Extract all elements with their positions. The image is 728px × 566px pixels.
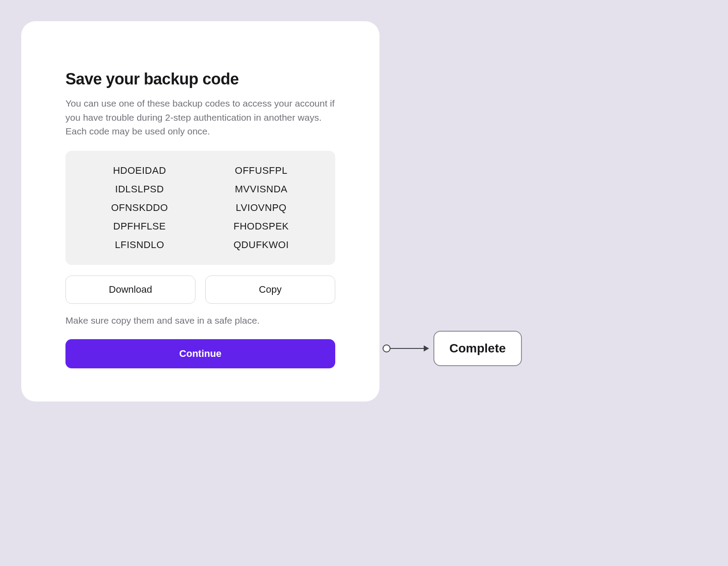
download-button[interactable]: Download	[65, 275, 195, 304]
backup-codes-card: Save your backup code You can use one of…	[21, 21, 379, 402]
backup-code: OFFUSFPL	[235, 165, 287, 176]
backup-code: LFISNDLO	[115, 239, 165, 251]
safety-hint: Make sure copy them and save in a safe p…	[65, 315, 335, 326]
codes-column-right: OFFUSFPL MVVISNDA LVIOVNPQ FHODSPEK QDUF…	[205, 165, 318, 251]
backup-codes-container: HDOEIDAD IDLSLPSD OFNSKDDO DPFHFLSE LFIS…	[65, 151, 335, 265]
card-title: Save your backup code	[65, 70, 335, 88]
backup-code: FHODSPEK	[234, 221, 289, 232]
backup-code: OFNSKDDO	[111, 202, 168, 214]
continue-button[interactable]: Continue	[65, 339, 335, 368]
arrow-head-icon	[424, 345, 429, 352]
backup-code: HDOEIDAD	[113, 165, 166, 176]
arrow-line	[391, 348, 424, 349]
copy-button[interactable]: Copy	[205, 275, 335, 304]
complete-state-label: Complete	[433, 331, 522, 366]
backup-code: QDUFKWOI	[234, 239, 289, 251]
codes-column-left: HDOEIDAD IDLSLPSD OFNSKDDO DPFHFLSE LFIS…	[83, 165, 196, 251]
backup-code: LVIOVNPQ	[236, 202, 287, 214]
backup-code: DPFHFLSE	[113, 221, 166, 232]
card-description: You can use one of these backup codes to…	[65, 96, 335, 138]
backup-code: MVVISNDA	[235, 184, 287, 195]
backup-code: IDLSLPSD	[115, 184, 164, 195]
flow-annotation: Complete	[383, 331, 522, 366]
secondary-button-row: Download Copy	[65, 275, 335, 304]
arrow-start-circle	[383, 344, 391, 352]
